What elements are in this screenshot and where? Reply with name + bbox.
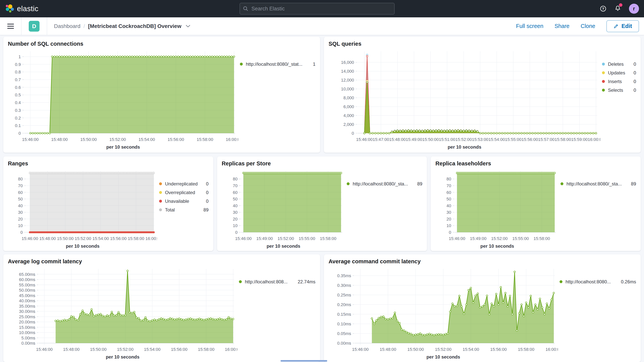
svg-text:0.6: 0.6 — [15, 85, 21, 90]
legend-label: http://localhost:8080... — [566, 279, 617, 284]
x-axis-label: per 10 seconds — [435, 244, 559, 249]
x-axis-label: per 10 seconds — [8, 244, 158, 249]
legend-item[interactable]: Underreplicated0 — [159, 180, 209, 188]
panel-average-command-commit-latency: Average command commit latency 15:46:001… — [324, 254, 641, 362]
svg-text:15:52:00: 15:52:00 — [109, 137, 126, 142]
svg-text:55.00ms: 55.00ms — [19, 282, 35, 288]
share-button[interactable]: Share — [554, 23, 570, 29]
legend-label: Total — [165, 207, 200, 212]
svg-text:15:54:00: 15:54:00 — [138, 137, 155, 142]
menu-icon[interactable] — [0, 24, 21, 29]
svg-text:15:50:00: 15:50:00 — [422, 137, 439, 142]
svg-text:15:55:00: 15:55:00 — [299, 236, 315, 241]
elastic-brand[interactable]: elastic — [0, 4, 38, 13]
legend-color-dot — [239, 280, 242, 283]
legend-item[interactable]: Overreplicated0 — [159, 188, 209, 197]
breadcrumb-dashboard-link[interactable]: Dashboard — [54, 23, 80, 29]
svg-text:40: 40 — [233, 203, 237, 208]
horizontal-scrollbar-thumb[interactable] — [280, 360, 327, 362]
svg-text:15:52:00: 15:52:00 — [278, 236, 294, 241]
svg-text:0.1: 0.1 — [15, 123, 21, 128]
legend-label: Deletes — [608, 62, 630, 67]
svg-text:10: 10 — [233, 223, 237, 228]
chart-ranges[interactable]: 15:46:0015:48:0015:50:0015:52:0015:54:00… — [8, 168, 158, 243]
svg-text:15:52:00: 15:52:00 — [456, 137, 472, 142]
svg-text:15:58:00: 15:58:00 — [320, 236, 336, 241]
full-screen-button[interactable]: Full screen — [516, 23, 543, 29]
dashboard-app-icon[interactable]: D — [29, 21, 40, 32]
search-input[interactable] — [240, 3, 394, 14]
svg-text:15:50:00: 15:50:00 — [80, 137, 97, 142]
legend-value: 0 — [634, 79, 636, 84]
legend-value: 0.26ms — [621, 279, 636, 284]
svg-text:15:49:00: 15:49:00 — [470, 236, 487, 241]
legend-label: Overreplicated — [165, 190, 202, 195]
legend-item[interactable]: Selects0 — [602, 86, 636, 94]
legend-item[interactable]: http://localhost:8080...0.26ms — [560, 278, 636, 286]
legend-item[interactable]: Unavailable0 — [159, 197, 209, 206]
legend-label: Inserts — [608, 79, 630, 84]
svg-text:15:46:00: 15:46:00 — [352, 347, 369, 352]
svg-text:15:50:00: 15:50:00 — [57, 236, 74, 241]
clone-button[interactable]: Clone — [580, 23, 595, 29]
legend-item[interactable]: Inserts0 — [602, 77, 636, 86]
legend-item[interactable]: Updates0 — [602, 68, 636, 77]
legend-value: 1 — [313, 62, 316, 67]
svg-text:15:52:00: 15:52:00 — [117, 347, 134, 352]
chart-average-log-commit-latency[interactable]: 15:46:0015:48:0015:50:0015:52:0015:54:00… — [8, 266, 237, 354]
legend-item[interactable]: Total89 — [159, 206, 209, 214]
svg-text:15:57:00: 15:57:00 — [538, 137, 555, 142]
legend-item[interactable]: http://localhost:808...22.74ms — [239, 278, 316, 286]
chart-average-command-commit-latency[interactable]: 15:46:0015:48:0015:50:0015:52:0015:54:00… — [328, 266, 558, 354]
legend-label: Underreplicated — [165, 181, 202, 186]
svg-text:15:52:00: 15:52:00 — [491, 236, 508, 241]
user-avatar[interactable]: r — [629, 4, 639, 14]
svg-text:0.4: 0.4 — [15, 100, 21, 105]
legend-value: 22.74ms — [298, 279, 316, 284]
legend-item[interactable]: http://localhost:8080/_stat...1 — [240, 60, 316, 68]
legend-item[interactable]: http://localhost:8080/_sta...89 — [347, 180, 422, 188]
panel-average-log-commit-latency: Average log commit latency 15:46:0015:48… — [3, 254, 320, 362]
svg-text:0.35ms: 0.35ms — [337, 273, 351, 278]
legend-color-dot — [602, 80, 605, 83]
edit-button[interactable]: Edit — [606, 20, 639, 32]
svg-text:0: 0 — [235, 230, 237, 235]
legend-color-dot — [240, 63, 243, 66]
svg-text:30: 30 — [18, 210, 23, 215]
panel-title: Average command commit latency — [328, 258, 636, 265]
svg-text:40.00ms: 40.00ms — [19, 298, 35, 303]
svg-text:15:58:00: 15:58:00 — [198, 347, 214, 352]
svg-text:15:56:00: 15:56:00 — [110, 236, 127, 241]
breadcrumb-caret-icon[interactable] — [186, 25, 190, 28]
edit-icon — [613, 24, 619, 29]
help-icon[interactable]: ? — [600, 5, 606, 12]
legend-value: 0 — [206, 181, 208, 186]
svg-text:0.25ms: 0.25ms — [337, 292, 351, 298]
legend-color-dot — [560, 280, 562, 283]
svg-text:50: 50 — [233, 196, 237, 202]
svg-text:15:56:00: 15:56:00 — [522, 137, 538, 142]
svg-text:5.00ms: 5.00ms — [22, 336, 35, 340]
edit-button-label: Edit — [622, 23, 632, 29]
chart-sql-queries[interactable]: 15:46:0015:47:0015:48:0015:49:0015:50:00… — [328, 48, 600, 144]
svg-text:15:48:00: 15:48:00 — [63, 347, 80, 352]
panel-sql-queries: SQL queries 15:46:0015:47:0015:48:0015:4… — [324, 37, 641, 153]
alerts-bell[interactable] — [614, 5, 621, 12]
panel-title: Average log commit latency — [8, 258, 316, 265]
legend-item[interactable]: Deletes0 — [602, 60, 636, 68]
chart-replica-leaseholders[interactable]: 15:46:0015:49:0015:52:0015:55:0015:58:00… — [435, 168, 559, 243]
x-axis-label: per 10 seconds — [328, 354, 558, 360]
svg-text:15:56:00: 15:56:00 — [168, 137, 184, 142]
legend-item[interactable]: http://localhost:8080/_sta...89 — [560, 180, 636, 188]
legend-color-dot — [602, 71, 605, 74]
svg-text:?: ? — [602, 7, 604, 11]
svg-text:0: 0 — [352, 131, 354, 136]
svg-text:70: 70 — [233, 183, 237, 188]
panel-title: Number of SQL connections — [8, 41, 316, 47]
svg-text:15:54:00: 15:54:00 — [488, 137, 505, 142]
svg-text:0.8: 0.8 — [15, 70, 21, 74]
chart-number-of-sql-connections[interactable]: 15:46:0015:48:0015:50:0015:52:0015:54:00… — [8, 48, 238, 144]
chart-replicas-per-store[interactable]: 15:46:0015:49:0015:52:0015:55:0015:58:00… — [222, 168, 345, 243]
svg-text:15:58:00: 15:58:00 — [128, 236, 144, 241]
svg-text:0.5: 0.5 — [15, 92, 21, 97]
